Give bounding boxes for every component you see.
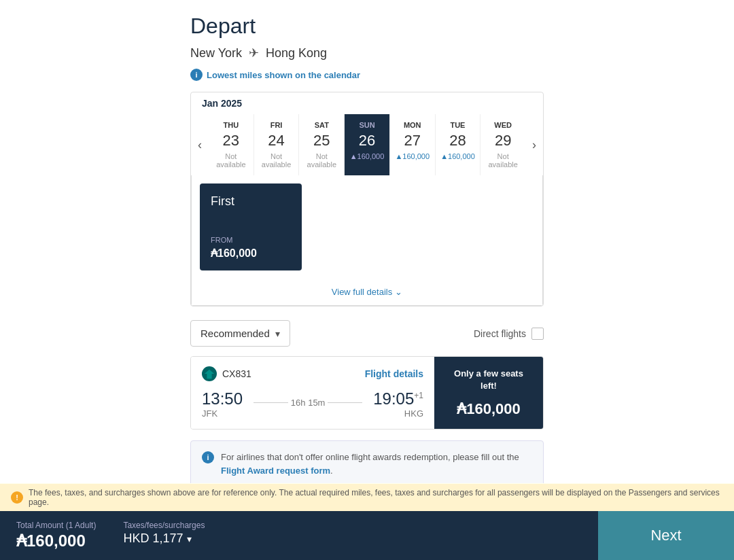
cal-day-name-sat: SAT xyxy=(302,121,341,129)
duration-hr-right xyxy=(328,402,362,403)
cal-day-name-sun: SUN xyxy=(347,121,387,129)
cal-day-status-fri: Not available xyxy=(257,152,296,169)
disclaimer-icon: ! xyxy=(11,491,23,504)
chevron-down-icon: ⌄ xyxy=(395,287,402,297)
cal-day-price-sun: ▲160,000 xyxy=(347,152,387,160)
route-row: New York ✈ Hong Kong xyxy=(190,46,544,60)
class-card-name: First xyxy=(211,194,291,209)
taxes-label: Taxes/fees/surcharges xyxy=(123,521,205,530)
cal-day-num-wed: 29 xyxy=(483,132,523,150)
next-button[interactable]: Next xyxy=(598,511,734,560)
flight-class-cards: First FROM ₳160,000 xyxy=(192,175,542,279)
flight-price: ₳160,000 xyxy=(457,400,521,418)
flight-number: CX831 xyxy=(222,368,251,379)
flight-details-link[interactable]: Flight details xyxy=(365,368,423,379)
class-card-from-label: FROM xyxy=(211,236,291,244)
cal-day-name-mon: MON xyxy=(393,121,432,129)
flight-card: CX831 Flight details 13:50 JFK 16h 15m xyxy=(190,356,544,430)
duration-line: 16h 15m xyxy=(254,398,362,408)
cal-day-status-thu: Not available xyxy=(211,152,251,169)
info-banner: i Lowest miles shown on the calendar xyxy=(190,69,544,81)
award-notice-suffix: . xyxy=(330,466,333,476)
cal-day-num-sat: 25 xyxy=(302,132,341,150)
class-card-price: ₳160,000 xyxy=(211,247,291,260)
flight-depart: 13:50 JFK xyxy=(202,389,243,419)
flight-arrive: 19:05+1 HKG xyxy=(373,389,423,419)
flight-card-header: CX831 Flight details xyxy=(202,366,423,381)
info-icon: i xyxy=(190,69,203,81)
flight-card-price-section[interactable]: Only a few seats left! ₳160,000 xyxy=(434,357,543,429)
sort-label: Recommended xyxy=(200,328,270,339)
cal-day-num-tue: 28 xyxy=(438,132,478,150)
info-text: Lowest miles shown on the calendar xyxy=(207,70,360,80)
cal-day-num-mon: 27 xyxy=(393,132,432,150)
award-request-link[interactable]: Flight Award request form xyxy=(221,466,330,476)
direct-flights-label: Direct flights xyxy=(474,328,526,339)
calendar-day-mon[interactable]: MON 27 ▲160,000 xyxy=(389,114,435,175)
depart-time: 13:50 xyxy=(202,389,243,408)
calendar-day-wed[interactable]: WED 29 Not available xyxy=(480,114,525,175)
arrive-time: 19:05+1 xyxy=(373,389,423,408)
calendar-day-sun[interactable]: SUN 26 ▲160,000 xyxy=(344,114,389,175)
calendar-days: ‹ THU 23 Not available FRI 24 Not availa… xyxy=(191,114,543,175)
cal-day-name-wed: WED xyxy=(483,121,523,129)
flight-times: 13:50 JFK 16h 15m 19:05+1 HKG xyxy=(202,389,423,419)
route-arrow-icon: ✈ xyxy=(249,46,259,60)
cal-day-name-thu: THU xyxy=(211,121,251,129)
page-title: Depart xyxy=(190,14,544,39)
cal-day-price-tue: ▲160,000 xyxy=(438,152,478,160)
total-section: Total Amount (1 Adult) ₳160,000 xyxy=(16,521,96,550)
flight-class-section: First FROM ₳160,000 View full details ⌄ xyxy=(191,175,543,306)
chevron-down-icon: ▾ xyxy=(187,533,192,544)
first-class-card[interactable]: First FROM ₳160,000 xyxy=(200,183,302,270)
cal-day-name-fri: FRI xyxy=(257,121,296,129)
calendar-day-sat[interactable]: SAT 25 Not available xyxy=(298,114,344,175)
total-label: Total Amount (1 Adult) xyxy=(16,521,96,530)
chevron-down-icon: ▾ xyxy=(275,328,280,339)
award-notice-text: For airlines that don't offer online fli… xyxy=(221,451,532,477)
cal-day-num-thu: 23 xyxy=(211,132,251,150)
seats-left-badge: Only a few seats left! xyxy=(445,368,532,392)
cal-day-status-wed: Not available xyxy=(483,152,523,169)
depart-airport: JFK xyxy=(202,408,243,419)
airline-info: CX831 xyxy=(202,366,251,381)
filter-row: Recommended ▾ Direct flights xyxy=(190,320,544,347)
flight-duration-section: 16h 15m xyxy=(243,398,373,410)
cal-day-num-fri: 24 xyxy=(257,132,296,150)
calendar-day-fri[interactable]: FRI 24 Not available xyxy=(254,114,299,175)
bottom-bar: Total Amount (1 Adult) ₳160,000 Taxes/fe… xyxy=(0,511,734,560)
airline-logo xyxy=(202,366,217,381)
direct-flights-checkbox[interactable] xyxy=(531,328,544,340)
calendar-month: Jan 2025 xyxy=(191,92,543,114)
total-amount: ₳160,000 xyxy=(16,531,96,550)
calendar-next-button[interactable]: › xyxy=(525,114,543,175)
duration-hr-left xyxy=(254,402,288,403)
disclaimer-text: The fees, taxes, and surcharges shown ab… xyxy=(29,488,723,507)
arrive-airport: HKG xyxy=(373,408,423,419)
calendar-day-thu[interactable]: THU 23 Not available xyxy=(209,114,254,175)
sort-dropdown[interactable]: Recommended ▾ xyxy=(190,320,290,347)
disclaimer-bar: ! The fees, taxes, and surcharges shown … xyxy=(0,483,734,511)
cal-day-name-tue: TUE xyxy=(438,121,478,129)
award-notice-icon: i xyxy=(202,451,214,463)
route-to: Hong Kong xyxy=(266,46,327,60)
flight-card-main: CX831 Flight details 13:50 JFK 16h 15m xyxy=(191,357,434,429)
arrive-day: +1 xyxy=(414,391,423,400)
bottom-bar-left: Total Amount (1 Adult) ₳160,000 Taxes/fe… xyxy=(16,521,205,550)
cal-day-price-mon: ▲160,000 xyxy=(393,152,432,160)
calendar-section: Jan 2025 ‹ THU 23 Not available FRI 24 N… xyxy=(190,92,544,307)
taxes-amount[interactable]: HKD 1,177 ▾ xyxy=(123,531,205,546)
route-from: New York xyxy=(190,46,242,60)
calendar-day-tue[interactable]: TUE 28 ▲160,000 xyxy=(435,114,480,175)
direct-flights-filter[interactable]: Direct flights xyxy=(474,328,544,340)
cal-day-status-sat: Not available xyxy=(302,152,341,169)
award-notice: i For airlines that don't offer online f… xyxy=(190,440,544,487)
taxes-amount-value: HKD 1,177 xyxy=(123,531,183,546)
duration-text: 16h 15m xyxy=(291,398,326,408)
cal-day-num-sun: 26 xyxy=(347,132,387,150)
view-full-details-button[interactable]: View full details ⌄ xyxy=(192,279,542,305)
calendar-prev-button[interactable]: ‹ xyxy=(191,114,209,175)
view-full-details-label: View full details xyxy=(332,287,392,297)
taxes-section: Taxes/fees/surcharges HKD 1,177 ▾ xyxy=(123,521,205,550)
